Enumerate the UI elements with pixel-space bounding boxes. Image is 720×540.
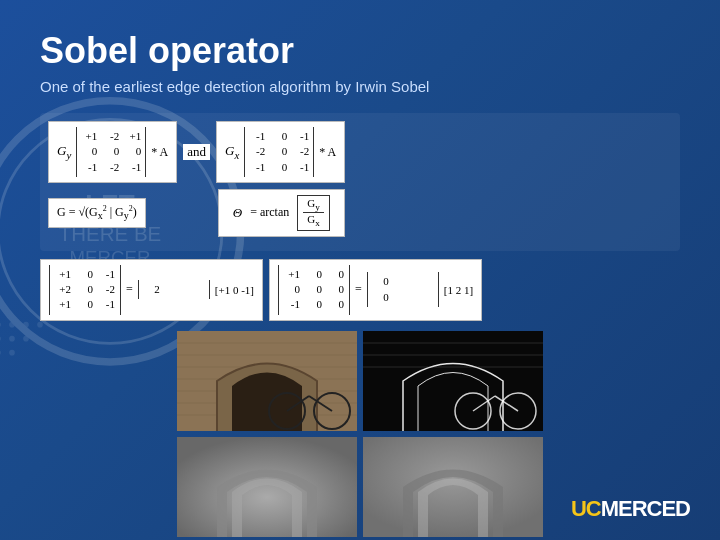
theta-formula-box: Θ = arctan Gy Gx	[218, 189, 345, 236]
g-sqrt-text: G = √(Gx2 | Gy2)	[57, 204, 137, 221]
svg-point-5	[0, 322, 1, 328]
svg-point-6	[9, 322, 15, 328]
matrix-right: +100 000 -100 = 0 0 [1 2 1]	[269, 259, 482, 321]
svg-point-11	[23, 336, 29, 342]
image-edge-detected	[363, 331, 543, 431]
image-gradient-y	[363, 437, 543, 537]
svg-rect-26	[363, 331, 543, 431]
gx-label: Gx	[225, 143, 239, 161]
gy-formula-box: Gy +1-2+1 000 -1-2-1 * A	[48, 121, 177, 183]
gx-matrix: -10-1 -20-2 -10-1	[244, 127, 314, 177]
formula-row-3: +10-1 +20-2 +10-1 = 2 [+1 0 -1] +100 000…	[40, 259, 680, 321]
slide: LET THERE BE MERCER Sobel operator One o…	[0, 0, 720, 540]
svg-rect-34	[177, 437, 357, 537]
and-label: and	[183, 144, 210, 160]
formulas-wrapper: Gy +1-2+1 000 -1-2-1 * A and Gx -10-1 -2…	[40, 113, 680, 251]
formula-row-1: Gy +1-2+1 000 -1-2-1 * A and Gx -10-1 -2…	[48, 121, 672, 183]
uc-text: UC	[571, 496, 601, 522]
gy-matrix: +1-2+1 000 -1-2-1	[76, 127, 146, 177]
slide-subtitle: One of the earliest edge detection algor…	[40, 78, 680, 95]
gx-formula-box: Gx -10-1 -20-2 -10-1 * A	[216, 121, 345, 183]
theta-symbol: Θ	[233, 205, 242, 221]
gy-label: Gy	[57, 143, 71, 161]
svg-point-9	[0, 336, 1, 342]
formula-row-2: G = √(Gx2 | Gy2) Θ = arctan Gy Gx	[48, 189, 672, 236]
fraction-box: Gy Gx	[297, 195, 330, 230]
matrix-left-3x3: +10-1 +20-2 +10-1 = 2 [+1 0 -1]	[40, 259, 263, 321]
g-sqrt-formula: G = √(Gx2 | Gy2)	[48, 198, 146, 227]
svg-rect-35	[363, 437, 543, 537]
svg-point-12	[0, 350, 1, 356]
svg-point-7	[23, 322, 29, 328]
images-grid	[177, 331, 543, 537]
uc-merced-logo: UC MERCED	[571, 496, 690, 522]
svg-point-13	[9, 350, 15, 356]
slide-title: Sobel operator	[40, 30, 680, 72]
slide-content: Sobel operator One of the earliest edge …	[40, 30, 680, 537]
equals-arctan: = arctan	[250, 205, 289, 220]
merced-text: MERCED	[601, 496, 690, 522]
star-a-2: * A	[319, 145, 336, 160]
image-original	[177, 331, 357, 431]
image-gradient-x	[177, 437, 357, 537]
star-a-1: * A	[151, 145, 168, 160]
svg-point-10	[9, 336, 15, 342]
